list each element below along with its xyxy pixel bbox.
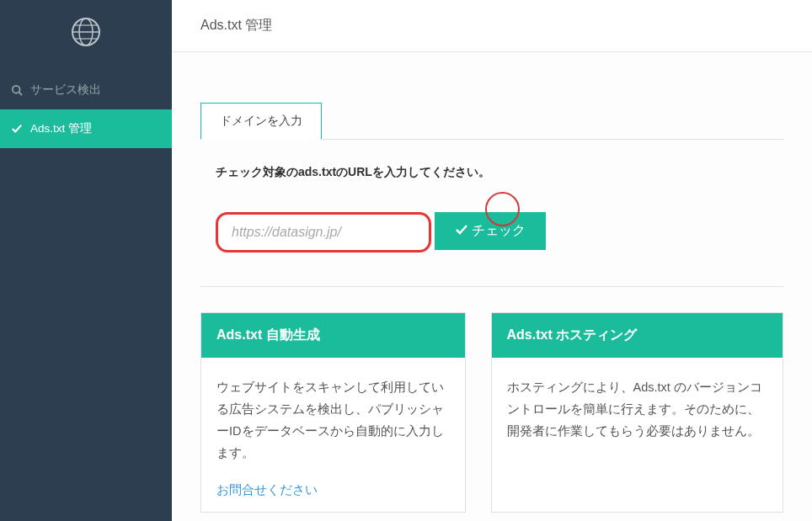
check-icon (455, 223, 468, 240)
main-content: Ads.txt 管理 ドメインを入力 チェック対象のads.txtのURLを入力… (172, 0, 812, 521)
check-button[interactable]: チェック (435, 212, 546, 250)
sidebar-item-label: Ads.txt 管理 (30, 121, 92, 136)
check-button-label: チェック (472, 222, 526, 240)
globe-logo-icon (71, 17, 101, 47)
search-icon (10, 83, 24, 97)
card-title: Ads.txt ホスティング (492, 313, 783, 358)
sidebar-item-adstxt[interactable]: Ads.txt 管理 (0, 109, 172, 148)
app-layout: サービス検出 Ads.txt 管理 Ads.txt 管理 ドメインを入力 チェッ… (0, 0, 812, 521)
card-title: Ads.txt 自動生成 (201, 313, 465, 358)
svg-line-6 (19, 93, 23, 96)
svg-point-5 (13, 86, 20, 93)
card-body: ウェブサイトをスキャンして利用している広告システムを検出し、パブリッシャーIDを… (201, 358, 465, 482)
section-divider (200, 286, 783, 287)
input-prompt: チェック対象のads.txtのURLを入力してください。 (216, 165, 768, 180)
tab-domain-input[interactable]: ドメインを入力 (200, 103, 322, 140)
contact-link[interactable]: お問合せください (216, 483, 318, 497)
sidebar-item-label: サービス検出 (30, 82, 101, 98)
logo-wrap (0, 0, 172, 71)
sidebar: サービス検出 Ads.txt 管理 (0, 0, 172, 521)
card-autogen: Ads.txt 自動生成 ウェブサイトをスキャンして利用している広告システムを検… (200, 312, 466, 513)
url-input[interactable] (216, 212, 431, 253)
card-link-wrap: お問合せください (201, 482, 465, 512)
check-icon (10, 122, 24, 136)
cards-row: Ads.txt 自動生成 ウェブサイトをスキャンして利用している広告システムを検… (200, 312, 783, 513)
input-panel: ドメインを入力 チェック対象のads.txtのURLを入力してください。 チェッ… (200, 103, 783, 286)
content-area: ドメインを入力 チェック対象のads.txtのURLを入力してください。 チェッ… (172, 52, 812, 513)
card-body: ホスティングにより、Ads.txt のバージョンコントロールを簡単に行えます。そ… (492, 358, 783, 460)
page-title: Ads.txt 管理 (200, 17, 783, 35)
card-hosting: Ads.txt ホスティング ホスティングにより、Ads.txt のバージョンコ… (491, 312, 784, 513)
tab-body: チェック対象のads.txtのURLを入力してください。 チェック (200, 139, 783, 286)
page-header: Ads.txt 管理 (172, 0, 812, 52)
sidebar-item-service-discovery[interactable]: サービス検出 (0, 71, 172, 109)
